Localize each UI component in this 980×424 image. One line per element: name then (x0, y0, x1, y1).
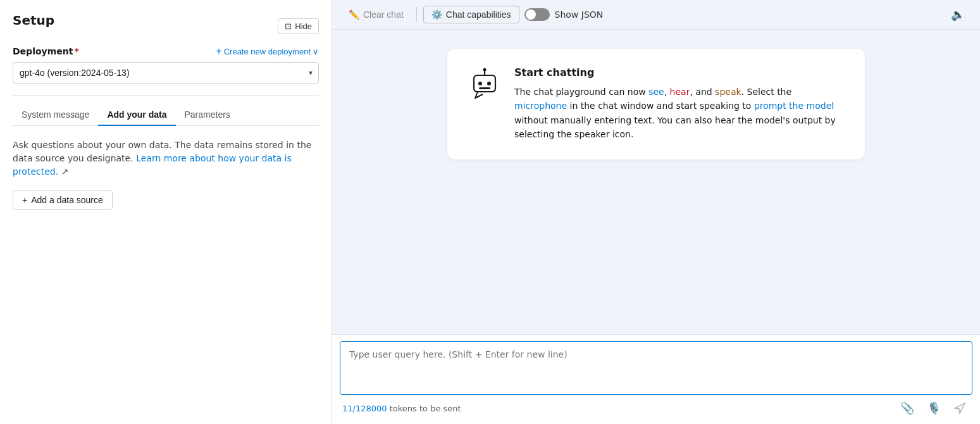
send-button[interactable] (950, 399, 970, 417)
show-json-toggle[interactable] (524, 8, 550, 21)
attachment-icon: 📎 (900, 401, 914, 415)
speaker-icon: 🔈 (951, 8, 965, 21)
clear-chat-button[interactable]: ✏️ Clear chat (342, 6, 410, 23)
clear-chat-icon: ✏️ (349, 9, 359, 20)
chat-input[interactable] (340, 342, 972, 392)
toolbar: ✏️ Clear chat ⚙️ Chat capabilities Show … (332, 0, 980, 30)
card-body-rest3: without manually entering text. You can … (514, 115, 836, 139)
hide-icon: ⊡ (285, 22, 292, 31)
tab-parameters[interactable]: Parameters (176, 104, 239, 126)
tab-system-message[interactable]: System message (13, 104, 98, 126)
deployment-label: Deployment* (13, 46, 79, 56)
show-json-label: Show JSON (555, 9, 604, 20)
speaker-button[interactable]: 🔈 (946, 5, 970, 24)
setup-title: Setup (13, 13, 54, 28)
card-content: Start chatting The chat playground can n… (514, 66, 845, 142)
card-title: Start chatting (514, 66, 845, 78)
card-body-rest2: in the chat window and start speaking to (567, 101, 754, 111)
card-body-rest: . Select the (741, 87, 792, 97)
svg-point-1 (478, 82, 482, 85)
input-actions: 11/128000 tokens to be sent 📎 🎙️ (332, 395, 980, 424)
card-body-hear: hear (670, 87, 690, 97)
show-json-toggle-group: Show JSON (524, 8, 604, 21)
toggle-thumb (526, 9, 536, 20)
chat-input-wrapper (340, 341, 972, 395)
microphone-button[interactable]: 🎙️ (923, 399, 945, 418)
svg-point-2 (487, 82, 491, 85)
clear-chat-label: Clear chat (363, 9, 404, 20)
svg-rect-0 (474, 75, 495, 92)
card-body-and: , and (690, 87, 715, 97)
microphone-icon: 🎙️ (927, 401, 941, 415)
right-panel: ✏️ Clear chat ⚙️ Chat capabilities Show … (332, 0, 980, 424)
add-data-source-button[interactable]: + Add a data source (13, 190, 113, 210)
card-body-comma1: , (664, 87, 670, 97)
deployment-select-wrapper: gpt-4o (version:2024-05-13) ▾ (13, 62, 319, 84)
external-link-icon: ↗ (61, 166, 69, 177)
deployment-header-row: Deployment* + Create new deployment ∨ (13, 46, 319, 57)
start-chatting-card: Start chatting The chat playground can n… (447, 49, 865, 159)
add-data-description: Ask questions about your own data. The d… (13, 139, 319, 178)
create-new-label: Create new deployment (224, 47, 311, 56)
toolbar-divider (416, 7, 417, 22)
token-count-value: 11/128000 (342, 404, 387, 413)
card-body: The chat playground can now see, hear, a… (514, 85, 845, 142)
gear-icon: ⚙️ (431, 9, 442, 20)
token-count: 11/128000 tokens to be sent (342, 404, 461, 413)
chat-area: Start chatting The chat playground can n… (332, 30, 980, 334)
tab-add-your-data[interactable]: Add your data (98, 104, 175, 126)
horizontal-divider (13, 95, 319, 96)
setup-header-row: Setup ⊡ Hide (13, 13, 319, 39)
left-panel: Setup ⊡ Hide Deployment* + Create new de… (0, 0, 332, 424)
hide-label: Hide (295, 22, 312, 31)
card-body-microphone: microphone (514, 101, 567, 111)
card-body-see: see (648, 87, 664, 97)
token-count-suffix: tokens to be sent (390, 404, 461, 413)
create-chevron-icon: ∨ (313, 47, 319, 56)
card-body-part1: The chat playground can now (514, 87, 648, 97)
capabilities-label: Chat capabilities (446, 9, 511, 20)
svg-rect-3 (479, 87, 490, 89)
svg-point-5 (483, 68, 487, 72)
robot-icon-wrapper (468, 66, 502, 101)
input-section: 11/128000 tokens to be sent 📎 🎙️ (332, 334, 980, 424)
add-data-plus-icon: + (22, 195, 27, 205)
robot-icon (469, 66, 500, 101)
create-new-deployment-button[interactable]: + Create new deployment ∨ (216, 46, 319, 57)
card-body-speak: speak (715, 87, 741, 97)
attachment-button[interactable]: 📎 (896, 399, 918, 418)
plus-icon: + (216, 46, 221, 57)
tabs-row: System message Add your data Parameters (13, 104, 319, 126)
hide-button[interactable]: ⊡ Hide (278, 18, 319, 34)
add-data-source-label: Add a data source (31, 195, 103, 205)
deployment-select[interactable]: gpt-4o (version:2024-05-13) (13, 62, 319, 84)
send-icon (953, 402, 966, 415)
card-body-prompt: prompt the model (754, 101, 834, 111)
chat-capabilities-button[interactable]: ⚙️ Chat capabilities (423, 6, 519, 23)
